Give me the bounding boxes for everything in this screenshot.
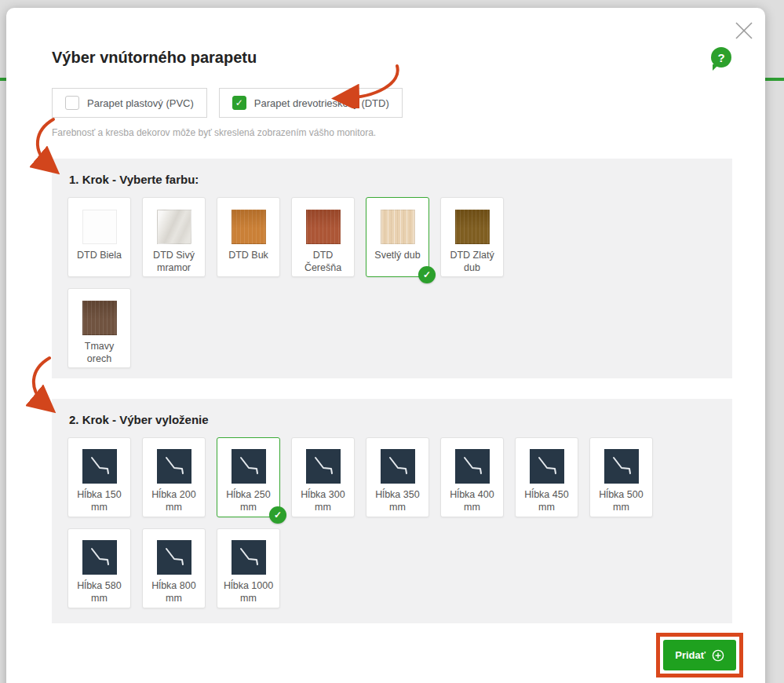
color-swatch (381, 210, 415, 244)
depth-tile[interactable]: Hĺbka 1000 mm (217, 528, 280, 608)
plus-circle-icon (712, 649, 724, 662)
depth-tile[interactable]: Hĺbka 450 mm (515, 437, 578, 517)
sill-profile-icon (455, 449, 490, 484)
color-tile[interactable]: DTD Zlatý dub (440, 197, 504, 277)
depth-tile-label: Hĺbka 800 mm (148, 580, 200, 604)
depth-tile-label: Hĺbka 450 mm (521, 489, 573, 513)
parapet-type-option[interactable]: ✓Parapet drevotrieskový (DTD) (219, 88, 403, 118)
color-swatch (82, 301, 117, 335)
parapet-type-label: Parapet plastový (PVC) (87, 97, 194, 109)
color-tile[interactable]: DTD Čerešňa (291, 197, 355, 277)
modal-title: Výber vnútorného parapetu (52, 49, 257, 67)
color-tile[interactable]: Svetlý dub✓ (366, 197, 429, 277)
depth-tile-label: Hĺbka 500 mm (596, 489, 647, 513)
close-icon[interactable] (731, 17, 757, 44)
parapet-type-options: Parapet plastový (PVC)✓Parapet drevotrie… (52, 88, 403, 118)
depth-tile-label: Hĺbka 200 mm (148, 489, 200, 513)
checkbox-checked-icon: ✓ (232, 96, 246, 110)
parapet-type-option[interactable]: Parapet plastový (PVC) (52, 88, 207, 118)
sill-profile-icon (157, 540, 191, 575)
depth-tile[interactable]: Hĺbka 300 mm (291, 437, 355, 517)
step1-panel: 1. Krok - Vyberte farbu: DTD BielaDTD Si… (52, 159, 732, 378)
color-disclaimer-note: Farebnosť a kresba dekorov môže byť skre… (52, 127, 376, 138)
depth-tile-label: Hĺbka 150 mm (74, 489, 126, 513)
color-tile-label: DTD Biela (74, 250, 126, 262)
depth-tile[interactable]: Hĺbka 150 mm (67, 437, 131, 517)
add-button-highlight-box: Pridať (656, 633, 743, 678)
depth-tile-label: Hĺbka 250 mm (223, 489, 275, 513)
sill-profile-icon (381, 449, 415, 484)
color-tile-label: Tmavy orech (74, 341, 126, 365)
color-swatch (306, 210, 341, 244)
sill-profile-icon (232, 540, 266, 575)
color-tile[interactable]: DTD Buk (217, 197, 280, 277)
color-swatch (455, 210, 490, 244)
page-background: ? Výber vnútorného parapetu Parapet plas… (0, 0, 784, 683)
color-tile-label: DTD Buk (223, 250, 275, 262)
help-question-mark: ? (717, 51, 724, 64)
color-tile-label: DTD Sivý mramor (148, 250, 200, 274)
depth-tile[interactable]: Hĺbka 350 mm (366, 437, 429, 517)
color-tile[interactable]: DTD Biela (67, 197, 131, 277)
color-tile-grid: DTD BielaDTD Sivý mramorDTD BukDTD Čereš… (67, 197, 717, 368)
depth-tile[interactable]: Hĺbka 800 mm (142, 528, 206, 608)
depth-tile-label: Hĺbka 350 mm (372, 489, 424, 513)
depth-tile[interactable]: Hĺbka 250 mm✓ (217, 437, 280, 517)
sill-profile-icon (82, 449, 117, 484)
depth-tile[interactable]: Hĺbka 580 mm (67, 528, 131, 608)
step2-title: 2. Krok - Výber vyloženie (69, 413, 717, 426)
sill-profile-icon (157, 449, 191, 484)
color-tile-label: Svetlý dub (372, 250, 424, 262)
depth-tile[interactable]: Hĺbka 400 mm (440, 437, 504, 517)
step2-panel: 2. Krok - Výber vyloženie Hĺbka 150 mmHĺ… (52, 399, 732, 623)
add-button[interactable]: Pridať (663, 640, 736, 670)
add-button-label: Pridať (675, 649, 706, 661)
parapet-type-label: Parapet drevotrieskový (DTD) (254, 97, 389, 109)
color-swatch (82, 210, 117, 244)
sill-profile-icon (604, 449, 639, 484)
help-icon[interactable]: ? (711, 47, 731, 68)
sill-profile-icon (232, 449, 266, 484)
color-tile[interactable]: DTD Sivý mramor (142, 197, 206, 277)
parapet-selection-modal: ? Výber vnútorného parapetu Parapet plas… (6, 8, 765, 683)
color-swatch (232, 210, 266, 244)
sill-profile-icon (82, 540, 117, 575)
depth-tile-label: Hĺbka 300 mm (297, 489, 349, 513)
depth-tile-label: Hĺbka 400 mm (447, 489, 498, 513)
step1-title: 1. Krok - Vyberte farbu: (69, 173, 717, 186)
color-tile-label: DTD Čerešňa (297, 250, 349, 274)
color-tile-label: DTD Zlatý dub (447, 250, 498, 274)
depth-tile[interactable]: Hĺbka 500 mm (589, 437, 653, 517)
selected-check-icon: ✓ (269, 506, 286, 524)
sill-profile-icon (306, 449, 341, 484)
color-tile[interactable]: Tmavy orech (67, 288, 131, 368)
depth-tile-label: Hĺbka 580 mm (74, 580, 126, 604)
depth-tile-grid: Hĺbka 150 mmHĺbka 200 mmHĺbka 250 mm✓Hĺb… (67, 437, 717, 608)
checkbox-unchecked-icon (65, 96, 79, 110)
sill-profile-icon (530, 449, 564, 484)
color-swatch (157, 210, 191, 244)
depth-tile[interactable]: Hĺbka 200 mm (142, 437, 206, 517)
selected-check-icon: ✓ (418, 266, 436, 283)
depth-tile-label: Hĺbka 1000 mm (223, 580, 275, 604)
